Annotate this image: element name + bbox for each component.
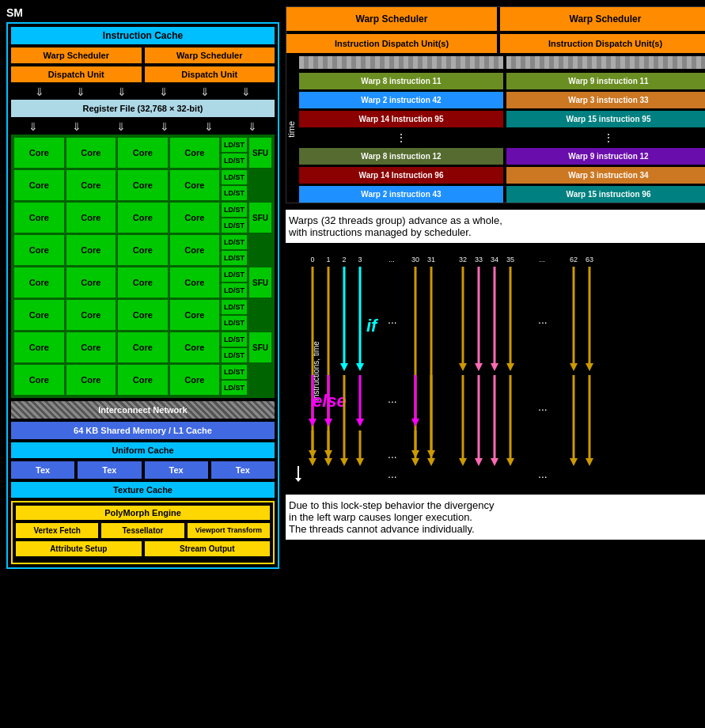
left-instructions-col: Warp 8 instruction 11 Warp 2 instruction… — [299, 56, 503, 203]
core-row-3: Core Core Core Core LD/ST LD/ST SFU — [14, 203, 271, 233]
tex-row: Tex Tex Tex Tex — [11, 461, 275, 479]
svg-marker-75 — [570, 458, 578, 466]
ri-3: Warp 15 instruction 95 — [506, 111, 705, 127]
svg-text:34: 34 — [491, 256, 498, 264]
core-row-2: Core Core Core Core LD/ST LD/ST — [14, 170, 271, 200]
ldst-4-1: LD/ST — [222, 235, 247, 249]
text-section-2: Due to this lock-step behavior the diver… — [286, 495, 705, 540]
dispatch-unit-2: Dispatch Unit — [145, 66, 275, 82]
idu-header-2: Instruction Dispatch Unit(s) — [500, 34, 705, 53]
ri-2: Warp 3 instruction 33 — [506, 92, 705, 108]
svg-text:30: 30 — [411, 256, 419, 264]
svg-marker-33 — [324, 419, 332, 427]
ldst-sfu-8: LD/ST LD/ST — [222, 365, 271, 395]
core-1-3: Core — [118, 138, 168, 168]
li-2: Warp 2 instruction 42 — [299, 92, 503, 108]
arrow-down-r3: ⇓ — [116, 120, 126, 133]
ldst-1-2: LD/ST — [222, 154, 247, 168]
svg-marker-57 — [491, 363, 498, 371]
tex-3: Tex — [145, 461, 208, 479]
ldst-7-1: LD/ST — [222, 332, 247, 347]
tex-2: Tex — [78, 461, 141, 479]
core-5-3: Core — [118, 267, 168, 298]
svg-text:3: 3 — [358, 256, 362, 264]
li-3: Warp 14 Instruction 95 — [299, 111, 503, 127]
ldst-5-1: LD/ST — [222, 267, 247, 282]
core-section: Core Core Core Core LD/ST LD/ST SFU Core… — [11, 135, 275, 398]
core-7-2: Core — [66, 332, 116, 362]
svg-text:...: ... — [389, 256, 395, 264]
interconnect: Interconnect Network — [11, 401, 275, 419]
core-8-1: Core — [14, 365, 64, 395]
ri-1: Warp 9 instruction 11 — [506, 73, 705, 89]
svg-marker-46 — [356, 458, 364, 466]
ldst-col-3: LD/ST LD/ST — [222, 203, 247, 233]
svg-text:...: ... — [388, 448, 397, 461]
idu-header-1: Instruction Dispatch Unit(s) — [286, 34, 497, 53]
core-8-4: Core — [170, 365, 220, 395]
arrow-down-2: ⇓ — [76, 85, 85, 98]
arrow-down-r2: ⇓ — [72, 120, 81, 133]
texture-cache: Texture Cache — [11, 482, 275, 498]
li-4: Warp 8 instruction 12 — [299, 148, 503, 165]
svg-marker-59 — [506, 363, 514, 371]
tex-4: Tex — [211, 461, 275, 479]
core-row-8: Core Core Core Core LD/ST LD/ST — [14, 365, 271, 395]
ldst-8-2: LD/ST — [222, 381, 247, 395]
ldst-6-2: LD/ST — [222, 316, 247, 330]
text2-line1: Due to this lock-step behavior the diver… — [289, 499, 705, 511]
core-5-4: Core — [170, 267, 220, 298]
arrow-down-r6: ⇓ — [248, 120, 257, 133]
sfu-2: SFU — [249, 203, 271, 233]
core-6-1: Core — [14, 300, 64, 330]
core-2-2: Core — [66, 170, 116, 200]
svg-text:...: ... — [538, 400, 548, 413]
shared-memory: 64 KB Shared Memory / L1 Cache — [11, 422, 275, 439]
ri-4: Warp 9 instruction 12 — [506, 148, 705, 165]
instruction-cache: Instruction Cache — [11, 27, 275, 44]
svg-text:0: 0 — [310, 256, 314, 264]
svg-marker-20 — [340, 363, 348, 371]
polymorph-bottom-row: Attribute Setup Stream Output — [16, 541, 270, 556]
ldst-3-2: LD/ST — [222, 218, 247, 233]
ws-header-2: Warp Scheduler — [500, 7, 705, 31]
svg-text:63: 63 — [586, 256, 593, 264]
ldst-2-1: LD/ST — [222, 170, 247, 184]
arrow-down-1: ⇓ — [35, 85, 44, 98]
arrow-down-6: ⇓ — [241, 85, 251, 98]
svg-text:1: 1 — [326, 256, 330, 264]
sfu-4: SFU — [249, 332, 271, 362]
arrow-down-r4: ⇓ — [160, 120, 169, 133]
core-row-1: Core Core Core Core LD/ST LD/ST SFU — [14, 138, 271, 168]
ldst-sfu-5: LD/ST LD/ST SFU — [222, 267, 271, 298]
ldst-sfu-2: LD/ST LD/ST — [222, 170, 271, 200]
ri-6: Warp 15 instruction 96 — [506, 186, 705, 203]
core-3-2: Core — [66, 203, 116, 233]
li-1: Warp 8 instruction 11 — [299, 73, 503, 89]
ldst-col-8: LD/ST LD/ST — [222, 365, 247, 395]
arrow-svg: 0 1 2 3 ... 30 31 32 33 34 35 ... 62 63 … — [289, 252, 705, 482]
core-6-3: Core — [118, 300, 168, 330]
attribute-setup: Attribute Setup — [16, 541, 142, 556]
dispatch-unit-1: Dispatch Unit — [11, 66, 142, 82]
ldst-2-2: LD/ST — [222, 186, 247, 200]
dispatch-unit-row: Dispatch Unit Dispatch Unit — [11, 66, 275, 82]
ldst-col-7: LD/ST LD/ST — [222, 332, 247, 362]
svg-text:...: ... — [538, 313, 548, 326]
core-1-1: Core — [14, 138, 64, 168]
svg-marker-40 — [309, 458, 316, 466]
svg-text:...: ... — [388, 392, 397, 405]
arrow-down-5: ⇓ — [200, 85, 210, 98]
svg-text:2: 2 — [342, 256, 346, 264]
time-label: time — [286, 121, 296, 138]
uniform-cache: Uniform Cache — [11, 442, 275, 458]
ldst-col-6: LD/ST LD/ST — [222, 300, 247, 330]
core-row-6: Core Core Core Core LD/ST LD/ST — [14, 300, 271, 330]
tessellator: Tessellator — [101, 523, 184, 538]
core-8-2: Core — [66, 365, 116, 395]
svg-text:33: 33 — [475, 256, 483, 264]
svg-marker-72 — [506, 458, 514, 466]
ri-5: Warp 3 instruction 34 — [506, 167, 705, 184]
svg-marker-70 — [491, 458, 498, 466]
core-2-3: Core — [118, 170, 168, 200]
